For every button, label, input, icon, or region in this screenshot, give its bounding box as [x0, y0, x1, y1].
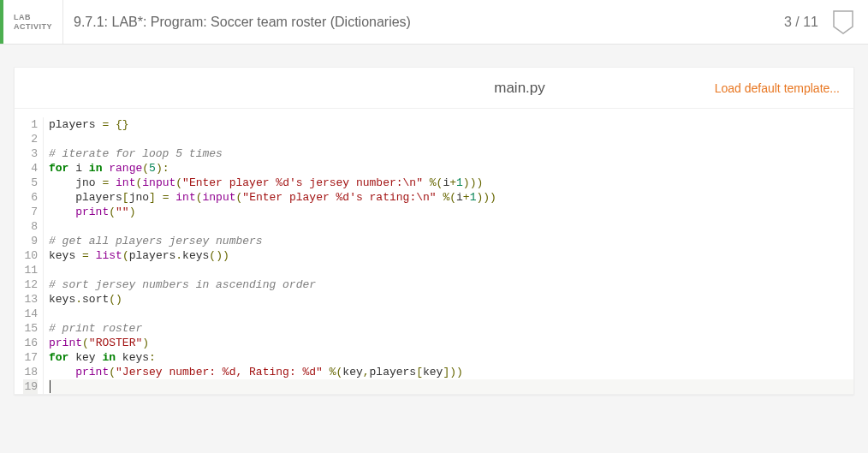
line-number: 15 — [23, 321, 38, 336]
line-number: 9 — [23, 234, 38, 248]
pocket-icon[interactable] — [829, 0, 868, 44]
line-number: 8 — [23, 219, 38, 234]
line-number: 6 — [23, 190, 38, 205]
lab-title: 9.7.1: LAB*: Program: Soccer team roster… — [63, 0, 774, 44]
line-number: 19 — [23, 379, 38, 394]
code-line[interactable]: players[jno] = int(input("Enter player %… — [49, 190, 853, 205]
line-number: 14 — [23, 307, 38, 321]
code-editor-card: main.py Load default template... 1234567… — [14, 67, 854, 395]
line-number: 10 — [23, 248, 38, 263]
line-number: 17 — [23, 350, 38, 365]
code-line[interactable]: for key in keys: — [49, 350, 853, 365]
lab-score: 3 / 11 — [774, 0, 829, 44]
lab-header: LAB ACTIVITY 9.7.1: LAB*: Program: Socce… — [0, 0, 868, 45]
line-number: 3 — [23, 146, 38, 161]
code-line[interactable]: jno = int(input("Enter player %d's jerse… — [49, 176, 853, 190]
line-number: 2 — [23, 132, 38, 146]
code-line[interactable] — [49, 307, 853, 321]
code-line[interactable]: keys = list(players.keys()) — [49, 248, 853, 263]
code-line[interactable] — [49, 263, 853, 277]
line-number: 7 — [23, 205, 38, 219]
code-editor[interactable]: 12345678910111213141516171819 players = … — [15, 109, 853, 394]
code-line[interactable]: keys.sort() — [49, 292, 853, 307]
code-line[interactable]: # iterate for loop 5 times — [49, 146, 853, 161]
code-line[interactable] — [49, 379, 853, 394]
code-line[interactable]: # sort jersey numbers in ascending order — [49, 277, 853, 292]
line-number: 13 — [23, 292, 38, 307]
line-number: 16 — [23, 336, 38, 350]
line-number-gutter: 12345678910111213141516171819 — [15, 117, 44, 394]
code-line[interactable] — [49, 219, 853, 234]
line-number: 5 — [23, 176, 38, 190]
load-default-template-link[interactable]: Load default template... — [715, 81, 840, 95]
code-line[interactable]: players = {} — [49, 117, 853, 132]
code-line[interactable]: print("Jersey number: %d, Rating: %d" %(… — [49, 365, 853, 379]
code-line[interactable]: # get all players jersey numbers — [49, 234, 853, 248]
filename-label: main.py — [494, 80, 545, 97]
line-number: 11 — [23, 263, 38, 277]
code-line[interactable] — [49, 132, 853, 146]
code-line[interactable]: # print roster — [49, 321, 853, 336]
line-number: 12 — [23, 277, 38, 292]
editor-header: main.py Load default template... — [15, 68, 853, 109]
line-number: 4 — [23, 161, 38, 176]
line-number: 1 — [23, 117, 38, 132]
code-line[interactable]: print("ROSTER") — [49, 336, 853, 350]
lab-activity-badge: LAB ACTIVITY — [0, 0, 63, 44]
code-line[interactable]: print("") — [49, 205, 853, 219]
code-line[interactable]: for i in range(5): — [49, 161, 853, 176]
line-number: 18 — [23, 365, 38, 379]
code-content[interactable]: players = {}# iterate for loop 5 timesfo… — [44, 117, 853, 394]
text-cursor — [50, 380, 51, 393]
